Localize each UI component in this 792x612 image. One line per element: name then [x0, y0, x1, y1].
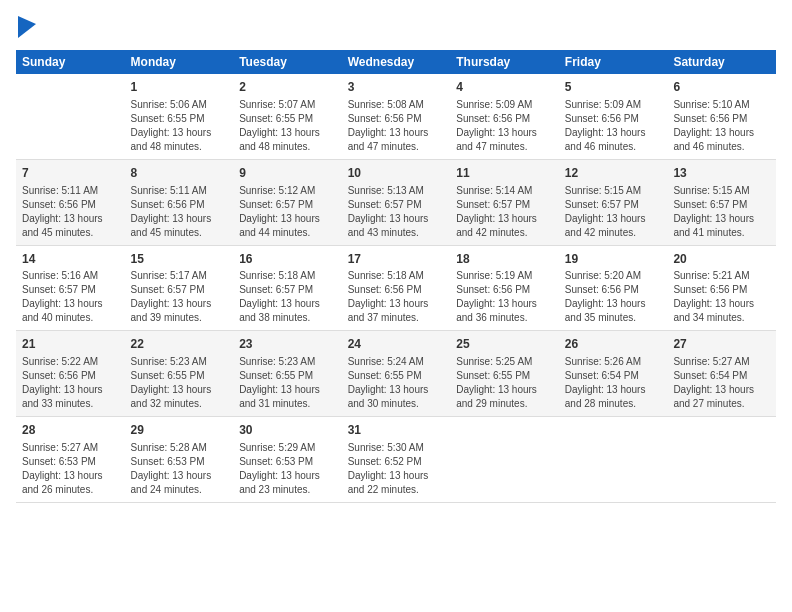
cell-info: Sunset: 6:55 PM: [456, 369, 553, 383]
calendar-cell: 28Sunrise: 5:27 AMSunset: 6:53 PMDayligh…: [16, 417, 125, 503]
cell-info: Sunrise: 5:18 AM: [348, 269, 445, 283]
week-row-2: 7Sunrise: 5:11 AMSunset: 6:56 PMDaylight…: [16, 159, 776, 245]
cell-info: Sunrise: 5:25 AM: [456, 355, 553, 369]
header-cell-wednesday: Wednesday: [342, 50, 451, 74]
calendar-cell: 7Sunrise: 5:11 AMSunset: 6:56 PMDaylight…: [16, 159, 125, 245]
calendar-cell: 21Sunrise: 5:22 AMSunset: 6:56 PMDayligh…: [16, 331, 125, 417]
page-header: [16, 16, 776, 38]
cell-info: Daylight: 13 hours and 24 minutes.: [131, 469, 228, 497]
day-number: 1: [131, 79, 228, 96]
calendar-cell: 8Sunrise: 5:11 AMSunset: 6:56 PMDaylight…: [125, 159, 234, 245]
cell-info: Sunrise: 5:10 AM: [673, 98, 770, 112]
header-cell-monday: Monday: [125, 50, 234, 74]
calendar-cell: 22Sunrise: 5:23 AMSunset: 6:55 PMDayligh…: [125, 331, 234, 417]
day-number: 21: [22, 336, 119, 353]
cell-info: Daylight: 13 hours and 37 minutes.: [348, 297, 445, 325]
cell-info: Sunrise: 5:11 AM: [22, 184, 119, 198]
cell-info: Sunset: 6:55 PM: [131, 369, 228, 383]
week-row-5: 28Sunrise: 5:27 AMSunset: 6:53 PMDayligh…: [16, 417, 776, 503]
cell-info: Sunrise: 5:27 AM: [673, 355, 770, 369]
cell-info: Sunset: 6:56 PM: [673, 112, 770, 126]
cell-info: Daylight: 13 hours and 47 minutes.: [456, 126, 553, 154]
calendar-cell: 9Sunrise: 5:12 AMSunset: 6:57 PMDaylight…: [233, 159, 342, 245]
cell-info: Daylight: 13 hours and 34 minutes.: [673, 297, 770, 325]
cell-info: Daylight: 13 hours and 26 minutes.: [22, 469, 119, 497]
cell-info: Daylight: 13 hours and 27 minutes.: [673, 383, 770, 411]
cell-info: Daylight: 13 hours and 29 minutes.: [456, 383, 553, 411]
cell-info: Sunset: 6:56 PM: [131, 198, 228, 212]
cell-info: Daylight: 13 hours and 22 minutes.: [348, 469, 445, 497]
cell-info: Sunrise: 5:23 AM: [131, 355, 228, 369]
day-number: 29: [131, 422, 228, 439]
cell-info: Daylight: 13 hours and 42 minutes.: [456, 212, 553, 240]
day-number: 15: [131, 251, 228, 268]
cell-info: Sunset: 6:56 PM: [565, 283, 662, 297]
cell-info: Sunset: 6:57 PM: [131, 283, 228, 297]
day-number: 10: [348, 165, 445, 182]
cell-info: Daylight: 13 hours and 48 minutes.: [239, 126, 336, 154]
calendar-cell: 20Sunrise: 5:21 AMSunset: 6:56 PMDayligh…: [667, 245, 776, 331]
day-number: 26: [565, 336, 662, 353]
calendar-cell: 10Sunrise: 5:13 AMSunset: 6:57 PMDayligh…: [342, 159, 451, 245]
calendar-cell: 12Sunrise: 5:15 AMSunset: 6:57 PMDayligh…: [559, 159, 668, 245]
day-number: 19: [565, 251, 662, 268]
day-number: 27: [673, 336, 770, 353]
cell-info: Sunset: 6:53 PM: [239, 455, 336, 469]
cell-info: Sunset: 6:56 PM: [348, 112, 445, 126]
calendar-cell: 2Sunrise: 5:07 AMSunset: 6:55 PMDaylight…: [233, 74, 342, 159]
cell-info: Sunrise: 5:19 AM: [456, 269, 553, 283]
day-number: 3: [348, 79, 445, 96]
day-number: 11: [456, 165, 553, 182]
calendar-cell: 19Sunrise: 5:20 AMSunset: 6:56 PMDayligh…: [559, 245, 668, 331]
cell-info: Sunset: 6:57 PM: [239, 198, 336, 212]
calendar-cell: 23Sunrise: 5:23 AMSunset: 6:55 PMDayligh…: [233, 331, 342, 417]
calendar-cell: 27Sunrise: 5:27 AMSunset: 6:54 PMDayligh…: [667, 331, 776, 417]
cell-info: Daylight: 13 hours and 30 minutes.: [348, 383, 445, 411]
cell-info: Sunset: 6:56 PM: [565, 112, 662, 126]
week-row-4: 21Sunrise: 5:22 AMSunset: 6:56 PMDayligh…: [16, 331, 776, 417]
calendar-cell: 16Sunrise: 5:18 AMSunset: 6:57 PMDayligh…: [233, 245, 342, 331]
cell-info: Sunrise: 5:15 AM: [673, 184, 770, 198]
cell-info: Daylight: 13 hours and 42 minutes.: [565, 212, 662, 240]
day-number: 18: [456, 251, 553, 268]
cell-info: Sunrise: 5:29 AM: [239, 441, 336, 455]
cell-info: Sunrise: 5:06 AM: [131, 98, 228, 112]
cell-info: Sunrise: 5:11 AM: [131, 184, 228, 198]
header-row: SundayMondayTuesdayWednesdayThursdayFrid…: [16, 50, 776, 74]
cell-info: Daylight: 13 hours and 45 minutes.: [22, 212, 119, 240]
cell-info: Daylight: 13 hours and 35 minutes.: [565, 297, 662, 325]
day-number: 30: [239, 422, 336, 439]
calendar-cell: 5Sunrise: 5:09 AMSunset: 6:56 PMDaylight…: [559, 74, 668, 159]
cell-info: Daylight: 13 hours and 39 minutes.: [131, 297, 228, 325]
day-number: 5: [565, 79, 662, 96]
cell-info: Sunset: 6:56 PM: [456, 112, 553, 126]
calendar-cell: 25Sunrise: 5:25 AMSunset: 6:55 PMDayligh…: [450, 331, 559, 417]
day-number: 4: [456, 79, 553, 96]
cell-info: Daylight: 13 hours and 23 minutes.: [239, 469, 336, 497]
day-number: 22: [131, 336, 228, 353]
cell-info: Sunset: 6:56 PM: [22, 369, 119, 383]
cell-info: Sunrise: 5:17 AM: [131, 269, 228, 283]
calendar-header: SundayMondayTuesdayWednesdayThursdayFrid…: [16, 50, 776, 74]
cell-info: Daylight: 13 hours and 40 minutes.: [22, 297, 119, 325]
calendar-cell: 14Sunrise: 5:16 AMSunset: 6:57 PMDayligh…: [16, 245, 125, 331]
day-number: 23: [239, 336, 336, 353]
cell-info: Sunrise: 5:24 AM: [348, 355, 445, 369]
calendar-cell: 6Sunrise: 5:10 AMSunset: 6:56 PMDaylight…: [667, 74, 776, 159]
svg-marker-0: [18, 16, 36, 38]
calendar-table: SundayMondayTuesdayWednesdayThursdayFrid…: [16, 50, 776, 503]
cell-info: Sunrise: 5:26 AM: [565, 355, 662, 369]
day-number: 14: [22, 251, 119, 268]
calendar-cell: 31Sunrise: 5:30 AMSunset: 6:52 PMDayligh…: [342, 417, 451, 503]
week-row-1: 1Sunrise: 5:06 AMSunset: 6:55 PMDaylight…: [16, 74, 776, 159]
cell-info: Sunrise: 5:12 AM: [239, 184, 336, 198]
cell-info: Daylight: 13 hours and 43 minutes.: [348, 212, 445, 240]
cell-info: Daylight: 13 hours and 36 minutes.: [456, 297, 553, 325]
cell-info: Sunset: 6:52 PM: [348, 455, 445, 469]
day-number: 17: [348, 251, 445, 268]
cell-info: Sunrise: 5:18 AM: [239, 269, 336, 283]
calendar-cell: [667, 417, 776, 503]
day-number: 20: [673, 251, 770, 268]
day-number: 2: [239, 79, 336, 96]
calendar-cell: [559, 417, 668, 503]
